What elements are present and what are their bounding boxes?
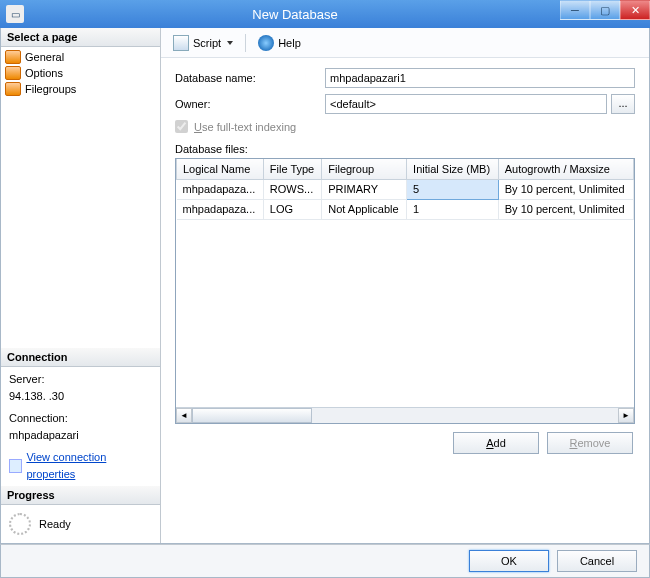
progress-spinner-icon <box>9 513 31 535</box>
ok-button[interactable]: OK <box>469 550 549 572</box>
owner-input[interactable] <box>325 94 607 114</box>
minimize-button[interactable]: ─ <box>560 0 590 20</box>
cell-initsize[interactable]: 5 <box>407 179 499 199</box>
sidebar-item-label: Filegroups <box>25 83 76 95</box>
script-label: Script <box>193 37 221 49</box>
script-button[interactable]: Script <box>169 33 237 53</box>
sidebar-item-options[interactable]: Options <box>1 65 160 81</box>
scroll-track[interactable] <box>192 408 618 423</box>
col-logical[interactable]: Logical Name <box>177 159 264 179</box>
fulltext-checkbox <box>175 120 188 133</box>
col-filegroup[interactable]: Filegroup <box>322 159 407 179</box>
sidebar-item-label: General <box>25 51 64 63</box>
grid-hscrollbar[interactable]: ◄ ► <box>176 407 634 423</box>
dbfiles-grid[interactable]: Logical Name File Type Filegroup Initial… <box>175 158 635 424</box>
dbfiles-label: Database files: <box>175 143 635 155</box>
col-initsize[interactable]: Initial Size (MB) <box>407 159 499 179</box>
owner-label: Owner: <box>175 98 325 110</box>
cell-filegroup[interactable]: PRIMARY <box>322 179 407 199</box>
select-page-header: Select a page <box>1 28 160 47</box>
scroll-left-arrow[interactable]: ◄ <box>176 408 192 423</box>
page-icon <box>5 66 21 80</box>
connection-value: mhpadapazari <box>9 427 152 444</box>
connection-panel: Server: 94.138. .30 Connection: mhpadapa… <box>1 367 160 486</box>
sidebar-item-filegroups[interactable]: Filegroups <box>1 81 160 97</box>
page-icon <box>5 50 21 64</box>
connection-label: Connection: <box>9 410 152 427</box>
close-button[interactable]: ✕ <box>620 0 650 20</box>
scroll-thumb[interactable] <box>192 408 312 423</box>
progress-status: Ready <box>39 518 71 530</box>
scroll-right-arrow[interactable]: ► <box>618 408 634 423</box>
app-icon: ▭ <box>6 5 24 23</box>
dialog-footer: OK Cancel <box>0 544 650 578</box>
toolbar-separator <box>245 34 246 52</box>
owner-browse-button[interactable]: ... <box>611 94 635 114</box>
toolbar: Script Help <box>161 28 649 58</box>
page-icon <box>5 82 21 96</box>
dbname-label: Database name: <box>175 72 325 84</box>
script-icon <box>173 35 189 51</box>
properties-icon <box>9 459 22 473</box>
help-button[interactable]: Help <box>254 33 305 53</box>
connection-header: Connection <box>1 348 160 367</box>
title-bar: ▭ New Database ─ ▢ ✕ <box>0 0 650 28</box>
add-button[interactable]: Add <box>453 432 539 454</box>
server-value: 94.138. .30 <box>9 388 152 405</box>
help-label: Help <box>278 37 301 49</box>
fulltext-label: Use full-text indexing <box>194 121 296 133</box>
dbname-input[interactable] <box>325 68 635 88</box>
window-title: New Database <box>30 7 560 22</box>
cell-logical[interactable]: mhpadapaza... <box>177 179 264 199</box>
main-panel: Script Help Database name: Owner: ... Us… <box>161 28 649 543</box>
sidebar: Select a page General Options Filegroups… <box>1 28 161 543</box>
maximize-button[interactable]: ▢ <box>590 0 620 20</box>
cell-filetype[interactable]: ROWS... <box>263 179 321 199</box>
remove-button: Remove <box>547 432 633 454</box>
progress-header: Progress <box>1 486 160 505</box>
server-label: Server: <box>9 371 152 388</box>
view-connection-properties-link[interactable]: View connection properties <box>26 449 152 482</box>
col-autogrow[interactable]: Autogrowth / Maxsize <box>498 159 633 179</box>
help-icon <box>258 35 274 51</box>
sidebar-item-label: Options <box>25 67 63 79</box>
cell-filegroup[interactable]: Not Applicable <box>322 199 407 219</box>
cell-filetype[interactable]: LOG <box>263 199 321 219</box>
cell-logical[interactable]: mhpadapaza... <box>177 199 264 219</box>
chevron-down-icon <box>227 41 233 45</box>
cell-autogrow[interactable]: By 10 percent, Unlimited <box>498 179 633 199</box>
table-row[interactable]: mhpadapaza... LOG Not Applicable 1 By 10… <box>177 199 634 219</box>
cell-autogrow[interactable]: By 10 percent, Unlimited <box>498 199 633 219</box>
cell-initsize[interactable]: 1 <box>407 199 499 219</box>
sidebar-item-general[interactable]: General <box>1 49 160 65</box>
col-filetype[interactable]: File Type <box>263 159 321 179</box>
cancel-button[interactable]: Cancel <box>557 550 637 572</box>
table-row[interactable]: mhpadapaza... ROWS... PRIMARY 5 By 10 pe… <box>177 179 634 199</box>
